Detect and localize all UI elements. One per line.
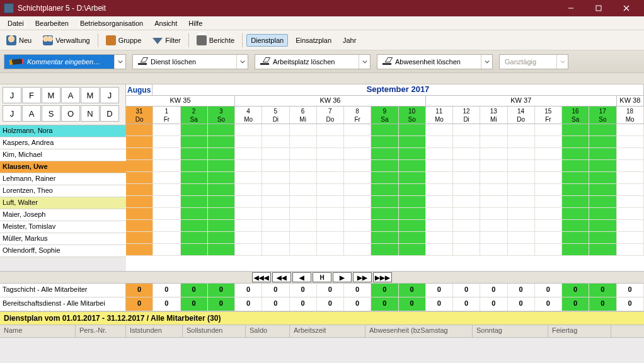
grid-cell[interactable] <box>208 232 235 243</box>
week-header[interactable]: KW 35 <box>126 96 235 106</box>
grid-cell[interactable] <box>371 136 398 147</box>
grid-cell[interactable] <box>399 208 426 219</box>
grid-cell[interactable] <box>153 148 180 159</box>
grid-cell[interactable] <box>235 184 262 195</box>
grid-cell[interactable] <box>617 124 644 135</box>
day-header[interactable]: 16Sa <box>562 107 589 124</box>
table-header[interactable]: Saldo <box>246 325 290 337</box>
grid-cell[interactable] <box>126 184 153 195</box>
menu-ansicht[interactable]: Ansicht <box>149 18 182 29</box>
grid-cell[interactable] <box>235 220 262 231</box>
day-header[interactable]: 12Di <box>453 107 480 124</box>
day-header[interactable]: 31Do <box>126 107 153 124</box>
grid-cell[interactable] <box>453 220 480 231</box>
menu-bearbeiten[interactable]: Bearbeiten <box>30 18 74 29</box>
menu-betriebsorganisation[interactable]: Betriebsorganisation <box>75 18 148 29</box>
chevron-down-icon[interactable] <box>236 55 248 69</box>
month-august[interactable]: Augus <box>126 84 152 95</box>
grid-row[interactable] <box>126 148 644 160</box>
grid-cell[interactable] <box>290 232 317 243</box>
month-button-n[interactable]: N <box>81 105 100 122</box>
grid-cell[interactable] <box>562 172 589 183</box>
day-header[interactable]: 2Sa <box>181 107 208 124</box>
grid-cell[interactable] <box>235 160 262 171</box>
grid-cell[interactable] <box>399 184 426 195</box>
month-button-j[interactable]: J <box>100 87 119 103</box>
grid-cell[interactable] <box>508 172 535 183</box>
grid-cell[interactable] <box>562 148 589 159</box>
grid-cell[interactable] <box>426 244 453 255</box>
grid-cell[interactable] <box>453 232 480 243</box>
grid-cell[interactable] <box>344 244 371 255</box>
week-header[interactable]: KW 36 <box>235 96 426 106</box>
grid-cell[interactable] <box>126 232 153 243</box>
grid-cell[interactable] <box>235 148 262 159</box>
grid-cell[interactable] <box>453 160 480 171</box>
einsatzplan-tab[interactable]: Einsatzplan <box>292 35 335 46</box>
employee-row[interactable]: Holzmann, Nora <box>0 125 126 137</box>
grid-cell[interactable] <box>208 208 235 219</box>
chevron-down-icon[interactable] <box>359 55 370 69</box>
grid-cell[interactable] <box>262 172 289 183</box>
grid-cell[interactable] <box>153 208 180 219</box>
grid-cell[interactable] <box>344 232 371 243</box>
grid-cell[interactable] <box>426 184 453 195</box>
grid-cell[interactable] <box>508 220 535 231</box>
grid-cell[interactable] <box>126 136 153 147</box>
grid-cell[interactable] <box>617 244 644 255</box>
grid-cell[interactable] <box>290 208 317 219</box>
grid-cell[interactable] <box>426 160 453 171</box>
grid-cell[interactable] <box>181 184 208 195</box>
grid-cell[interactable] <box>153 244 180 255</box>
table-header[interactable]: Sonntag <box>473 325 548 337</box>
table-header[interactable]: Feiertag <box>548 325 611 337</box>
grid-cell[interactable] <box>317 160 344 171</box>
grid-cell[interactable] <box>535 208 562 219</box>
grid-cell[interactable] <box>426 136 453 147</box>
grid-cell[interactable] <box>235 208 262 219</box>
grid-cell[interactable] <box>290 172 317 183</box>
month-button-j[interactable]: J <box>3 105 21 122</box>
grid-cell[interactable] <box>126 220 153 231</box>
nav-button[interactable]: ◀◀ <box>272 272 291 282</box>
month-button-o[interactable]: O <box>61 105 80 122</box>
grid-cell[interactable] <box>617 136 644 147</box>
day-header[interactable]: 10So <box>399 107 426 124</box>
employee-row[interactable]: Luft, Walter <box>0 197 126 209</box>
arbeitsplatz-loeschen-combo[interactable]: Arbeitsplatz löschen <box>255 54 371 69</box>
grid-cell[interactable] <box>453 172 480 183</box>
grid-cell[interactable] <box>181 172 208 183</box>
grid-cell[interactable] <box>208 136 235 147</box>
grid-cell[interactable] <box>589 196 616 207</box>
schedule-grid[interactable] <box>126 124 644 271</box>
grid-cell[interactable] <box>480 172 507 183</box>
grid-cell[interactable] <box>181 244 208 255</box>
grid-cell[interactable] <box>344 148 371 159</box>
grid-cell[interactable] <box>562 208 589 219</box>
grid-cell[interactable] <box>399 196 426 207</box>
grid-cell[interactable] <box>508 196 535 207</box>
nav-button[interactable]: ◀ <box>292 272 311 282</box>
table-header[interactable]: Arbeitszeit <box>290 325 365 337</box>
grid-cell[interactable] <box>589 244 616 255</box>
grid-cell[interactable] <box>317 184 344 195</box>
month-button-s[interactable]: S <box>42 105 60 122</box>
employee-row[interactable]: Lehmann, Rainer <box>0 173 126 185</box>
nav-button[interactable]: ▶▶ <box>353 272 372 282</box>
grid-cell[interactable] <box>181 220 208 231</box>
grid-row[interactable] <box>126 172 644 184</box>
grid-cell[interactable] <box>562 244 589 255</box>
grid-cell[interactable] <box>317 124 344 135</box>
grid-cell[interactable] <box>153 136 180 147</box>
grid-cell[interactable] <box>208 184 235 195</box>
grid-cell[interactable] <box>508 160 535 171</box>
day-header[interactable]: 5Di <box>262 107 289 124</box>
grid-cell[interactable] <box>535 172 562 183</box>
grid-cell[interactable] <box>208 160 235 171</box>
grid-cell[interactable] <box>371 220 398 231</box>
grid-cell[interactable] <box>508 184 535 195</box>
grid-cell[interactable] <box>153 232 180 243</box>
grid-cell[interactable] <box>535 124 562 135</box>
grid-cell[interactable] <box>235 136 262 147</box>
employee-row[interactable]: Lorentzen, Theo <box>0 185 126 197</box>
